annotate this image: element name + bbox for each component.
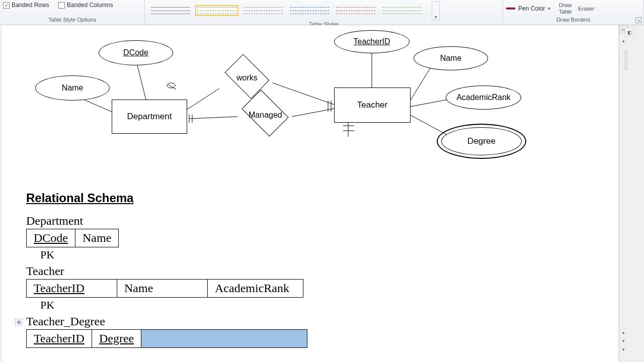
table-style-thumb[interactable]	[290, 7, 329, 14]
entity-teacher: Teacher	[334, 87, 411, 123]
attr-name-right: Name	[414, 46, 488, 70]
group-table-style-options: ✓ Banded Rows Banded Columns Table Style…	[0, 0, 145, 25]
eraser-button[interactable]: Eraser	[578, 6, 594, 12]
vertical-scrollbar[interactable]: ▭ ▴ ▴ ▾ ▾	[619, 25, 627, 362]
attr-dcode: DCode	[99, 40, 173, 65]
attr-degree-multivalued: Degree	[437, 124, 526, 159]
schema-heading: Relational Schema	[26, 191, 307, 205]
checkbox-label: Banded Columns	[67, 2, 113, 9]
checkbox-label: Banded Rows	[12, 2, 49, 9]
svg-line-0	[137, 63, 146, 100]
attr-teacher-id: TeacherID	[334, 30, 410, 53]
checkbox-banded-columns[interactable]: Banded Columns	[58, 2, 113, 9]
col-name[interactable]: Name	[75, 229, 119, 247]
cell-selected[interactable]	[141, 330, 307, 348]
chevron-down-icon[interactable]: ▾	[548, 6, 550, 11]
pen-color-button[interactable]: Pen Color	[518, 5, 545, 12]
sidepanel-toggle-icon[interactable]: ◧	[625, 28, 634, 37]
table-anchor-icon[interactable]: ✥	[15, 319, 22, 326]
scroll-up-icon[interactable]: ▴	[619, 36, 628, 45]
checkbox-banded-rows[interactable]: ✓ Banded Rows	[3, 2, 49, 9]
table-department: DCode Name	[26, 229, 119, 247]
table-style-thumb[interactable]	[336, 7, 375, 14]
table-title-teacher: Teacher	[26, 264, 307, 278]
svg-line-4	[273, 83, 334, 105]
table-teacher: TeacherID Name AcademicRank	[26, 279, 303, 298]
check-icon: ✓	[3, 2, 10, 9]
table-style-thumb[interactable]	[382, 7, 422, 14]
draw-table-button[interactable]: Draw Table	[558, 2, 572, 15]
table-row: TeacherID Name AcademicRank	[27, 280, 303, 298]
col-teacherid[interactable]: TeacherID	[27, 330, 92, 348]
table-title-department: Department	[26, 214, 307, 228]
svg-line-8	[411, 100, 448, 107]
document-page: DCode Name TeacherID Name AcademicRank D…	[2, 25, 619, 362]
group-label: Table Style Options	[3, 16, 141, 24]
col-teacherid[interactable]: TeacherID	[27, 280, 117, 298]
pk-label: PK	[40, 248, 307, 261]
svg-point-11	[167, 83, 175, 88]
attr-name-left: Name	[35, 75, 110, 101]
svg-line-2	[185, 88, 219, 111]
checkbox-empty-icon	[58, 2, 65, 9]
group-label: Draw Borders	[506, 16, 640, 24]
attr-academic-rank: AcademicRank	[446, 85, 521, 110]
svg-line-1	[84, 100, 114, 113]
table-row: TeacherID Degree	[27, 330, 307, 348]
ribbon: ✓ Banded Rows Banded Columns Table Style…	[0, 0, 644, 25]
svg-line-9	[410, 115, 447, 135]
pk-label: PK	[40, 299, 307, 312]
table-style-thumb[interactable]	[244, 7, 283, 14]
table-title-teacher-degree: Teacher_Degree	[26, 315, 307, 328]
group-table-styles: ▾ Table Styles	[145, 0, 503, 25]
col-name[interactable]: Name	[117, 280, 208, 298]
entity-department: Department	[112, 100, 187, 134]
workspace: DCode Name TeacherID Name AcademicRank D…	[0, 25, 644, 362]
table-teacher-degree[interactable]: TeacherID Degree	[26, 329, 307, 348]
split-handle-icon[interactable]	[624, 50, 627, 70]
gallery-more-button[interactable]: ▾	[432, 1, 440, 20]
col-degree[interactable]: Degree	[92, 330, 141, 348]
col-dcode[interactable]: DCode	[27, 229, 75, 247]
svg-line-3	[189, 117, 237, 119]
table-row: DCode Name	[27, 229, 119, 247]
scroll-down-icon[interactable]: ▾	[619, 336, 628, 345]
next-page-icon[interactable]: ▾	[619, 345, 628, 353]
svg-line-10	[168, 84, 176, 89]
svg-line-5	[292, 109, 334, 117]
pen-color-swatch-icon	[506, 8, 515, 10]
relational-schema: Relational Schema Department DCode Name …	[26, 191, 307, 348]
svg-line-7	[410, 67, 431, 102]
col-academicrank[interactable]: AcademicRank	[208, 280, 303, 298]
prev-page-icon[interactable]: ▴	[619, 328, 628, 336]
dialog-launcher-icon[interactable]: ↘	[635, 17, 641, 23]
table-style-thumb[interactable]	[151, 7, 190, 14]
group-draw-borders: Pen Color ▾ Draw Table Eraser Draw Borde…	[503, 0, 644, 25]
table-style-thumb-selected[interactable]	[197, 7, 236, 14]
